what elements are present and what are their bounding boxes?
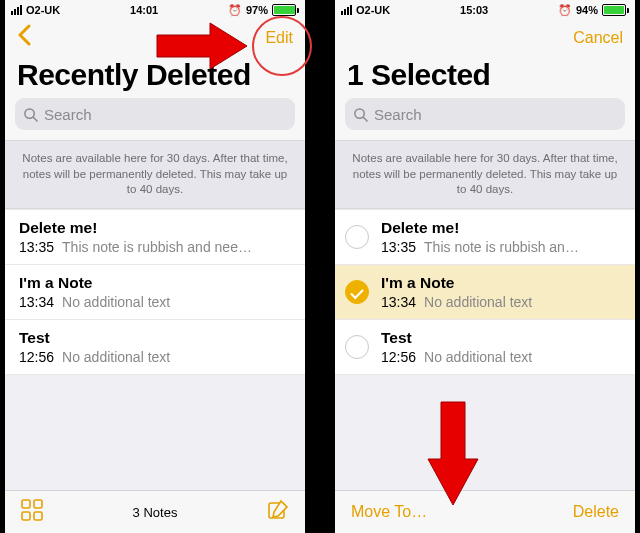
search-placeholder: Search bbox=[374, 106, 422, 123]
note-row[interactable]: Test 12:56No additional text bbox=[5, 320, 305, 375]
nav-bar: Cancel bbox=[335, 20, 635, 56]
alarm-icon: ⏰ bbox=[558, 4, 572, 17]
note-preview: No additional text bbox=[424, 294, 532, 310]
phone-right: O2-UK 15:03 ⏰ 94% Cancel 1 Selected Sear… bbox=[335, 0, 635, 533]
cancel-button[interactable]: Cancel bbox=[573, 29, 623, 47]
note-title: Delete me! bbox=[19, 219, 291, 237]
note-row[interactable]: Delete me! 13:35This note is rubbish and… bbox=[5, 209, 305, 265]
select-radio[interactable] bbox=[345, 335, 369, 359]
svg-rect-5 bbox=[34, 512, 42, 520]
note-row[interactable]: I'm a Note 13:34No additional text bbox=[5, 265, 305, 320]
select-radio-checked[interactable] bbox=[345, 280, 369, 304]
nav-bar: Edit bbox=[5, 20, 305, 56]
search-input[interactable]: Search bbox=[15, 98, 295, 130]
search-icon bbox=[23, 107, 38, 122]
note-title: Test bbox=[19, 329, 291, 347]
note-title: Test bbox=[381, 329, 621, 347]
battery-icon bbox=[272, 4, 299, 16]
note-row[interactable]: I'm a Note 13:34No additional text bbox=[335, 265, 635, 320]
note-preview: No additional text bbox=[62, 349, 170, 365]
page-title: Recently Deleted bbox=[5, 56, 305, 98]
delete-button[interactable]: Delete bbox=[573, 503, 619, 521]
note-preview: This note is rubbish an… bbox=[424, 239, 579, 255]
page-title: 1 Selected bbox=[335, 56, 635, 98]
note-title: I'm a Note bbox=[381, 274, 621, 292]
list-background bbox=[5, 375, 305, 490]
carrier-label: O2-UK bbox=[26, 4, 60, 16]
notes-list: Delete me! 13:35This note is rubbish and… bbox=[5, 209, 305, 375]
status-bar: O2-UK 15:03 ⏰ 94% bbox=[335, 0, 635, 20]
note-time: 13:34 bbox=[381, 294, 416, 310]
search-placeholder: Search bbox=[44, 106, 92, 123]
note-time: 13:35 bbox=[19, 239, 54, 255]
signal-icon bbox=[341, 5, 352, 15]
phone-left: O2-UK 14:01 ⏰ 97% Edit Recently Deleted … bbox=[5, 0, 305, 533]
svg-rect-4 bbox=[22, 512, 30, 520]
note-row[interactable]: Test 12:56No additional text bbox=[335, 320, 635, 375]
info-banner: Notes are available here for 30 days. Af… bbox=[5, 140, 305, 209]
note-time: 13:35 bbox=[381, 239, 416, 255]
battery-icon bbox=[602, 4, 629, 16]
svg-rect-2 bbox=[22, 500, 30, 508]
list-background bbox=[335, 375, 635, 490]
svg-line-1 bbox=[33, 117, 37, 121]
note-time: 13:34 bbox=[19, 294, 54, 310]
select-radio[interactable] bbox=[345, 225, 369, 249]
move-to-button[interactable]: Move To… bbox=[351, 503, 427, 521]
compose-icon[interactable] bbox=[267, 499, 289, 525]
battery-pct: 94% bbox=[576, 4, 598, 16]
note-preview: No additional text bbox=[424, 349, 532, 365]
battery-fill bbox=[274, 6, 295, 14]
svg-rect-3 bbox=[34, 500, 42, 508]
back-chevron-icon[interactable] bbox=[17, 24, 31, 52]
svg-line-8 bbox=[363, 117, 367, 121]
note-time: 12:56 bbox=[381, 349, 416, 365]
clock: 15:03 bbox=[460, 4, 488, 16]
notes-list: Delete me! 13:35This note is rubbish an…… bbox=[335, 209, 635, 375]
battery-pct: 97% bbox=[246, 4, 268, 16]
search-input[interactable]: Search bbox=[345, 98, 625, 130]
notes-count: 3 Notes bbox=[133, 505, 178, 520]
carrier-label: O2-UK bbox=[356, 4, 390, 16]
note-row[interactable]: Delete me! 13:35This note is rubbish an… bbox=[335, 209, 635, 265]
note-title: Delete me! bbox=[381, 219, 621, 237]
edit-button[interactable]: Edit bbox=[265, 29, 293, 47]
alarm-icon: ⏰ bbox=[228, 4, 242, 17]
clock: 14:01 bbox=[130, 4, 158, 16]
toolbar: Move To… Delete bbox=[335, 490, 635, 533]
note-time: 12:56 bbox=[19, 349, 54, 365]
status-bar: O2-UK 14:01 ⏰ 97% bbox=[5, 0, 305, 20]
info-banner: Notes are available here for 30 days. Af… bbox=[335, 140, 635, 209]
note-title: I'm a Note bbox=[19, 274, 291, 292]
note-preview: This note is rubbish and nee… bbox=[62, 239, 252, 255]
signal-icon bbox=[11, 5, 22, 15]
search-icon bbox=[353, 107, 368, 122]
note-preview: No additional text bbox=[62, 294, 170, 310]
toolbar: 3 Notes bbox=[5, 490, 305, 533]
gallery-icon[interactable] bbox=[21, 499, 43, 525]
